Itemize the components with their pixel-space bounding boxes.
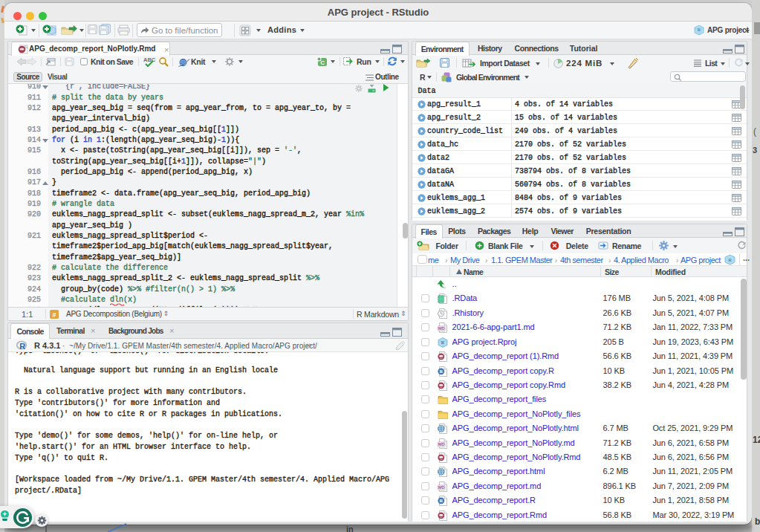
svg-text:R: R — [19, 342, 25, 351]
svg-text:C: C — [320, 59, 325, 66]
svg-text:R: R — [728, 257, 732, 262]
svg-text:R: R — [698, 27, 701, 32]
svg-text:ABC: ABC — [143, 56, 156, 63]
svg-text:#: # — [52, 311, 56, 319]
